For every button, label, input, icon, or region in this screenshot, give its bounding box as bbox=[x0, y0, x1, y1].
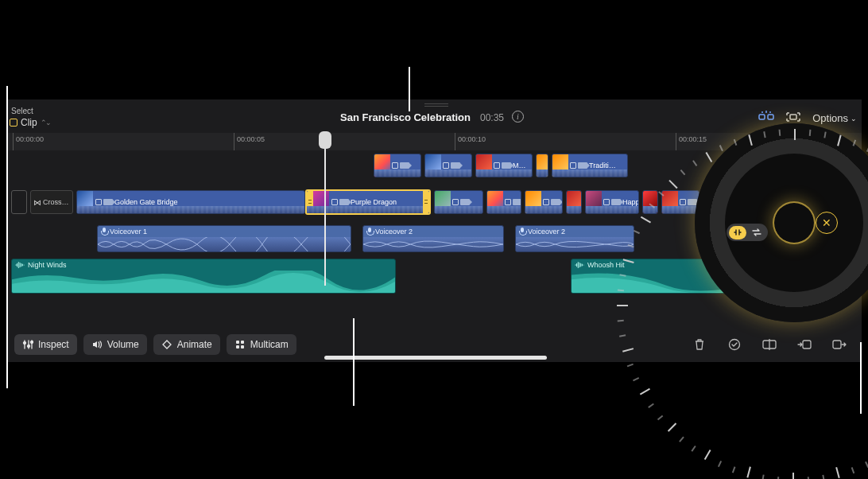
svg-point-16 bbox=[730, 340, 740, 350]
video-clip[interactable]: Golden Gate Bridge bbox=[76, 190, 305, 214]
svg-point-9 bbox=[28, 345, 30, 348]
svg-point-11 bbox=[31, 341, 33, 344]
svg-rect-15 bbox=[241, 345, 244, 349]
inspect-button[interactable]: Inspect bbox=[14, 334, 77, 355]
svg-rect-5 bbox=[790, 115, 796, 119]
ruler-tick: 00:00:05 bbox=[234, 133, 265, 150]
voiceover-clip[interactable]: Voiceover 1 bbox=[97, 225, 351, 252]
selection-mode-button[interactable]: Clip ⌃⌄ bbox=[10, 117, 50, 128]
waveform-icon bbox=[15, 261, 25, 269]
playhead[interactable] bbox=[324, 133, 326, 286]
project-duration: 00:35 bbox=[480, 112, 504, 123]
svg-rect-14 bbox=[236, 345, 239, 349]
callout-line bbox=[353, 318, 355, 406]
blade-icon bbox=[761, 337, 777, 352]
callout-line bbox=[6, 86, 8, 388]
jog-close-button[interactable]: ✕ bbox=[816, 212, 838, 234]
waveform-icon bbox=[575, 261, 584, 269]
project-title: San Francisco Celebration bbox=[340, 111, 471, 123]
svg-rect-20 bbox=[833, 341, 841, 349]
video-clip[interactable] bbox=[566, 190, 582, 214]
video-clip[interactable] bbox=[486, 190, 521, 214]
jog-mode-toggle[interactable] bbox=[727, 224, 768, 241]
voiceover-clip[interactable]: Voiceover 2 bbox=[362, 225, 504, 252]
jog-mode-swap[interactable] bbox=[748, 226, 765, 240]
insert-clip-button[interactable] bbox=[790, 334, 819, 355]
magnetic-timeline-icon[interactable] bbox=[757, 110, 776, 124]
ruler-tick: 00:00:10 bbox=[455, 133, 486, 150]
crossfade-icon: ⋈ bbox=[33, 198, 41, 207]
trim-handle-right[interactable] bbox=[423, 191, 429, 213]
chevron-down-icon: ⌄ bbox=[851, 115, 857, 123]
callout-line bbox=[409, 67, 410, 111]
svg-rect-13 bbox=[241, 341, 244, 344]
checkmark-circle-icon bbox=[727, 337, 742, 352]
options-menu-button[interactable]: Options ⌄ bbox=[812, 112, 857, 124]
info-icon[interactable]: i bbox=[512, 111, 524, 123]
append-clip-button[interactable] bbox=[825, 334, 854, 355]
voiceover-clip[interactable]: Voiceover 2 bbox=[515, 225, 634, 252]
connected-clip[interactable] bbox=[536, 154, 548, 177]
video-clip[interactable]: Happy… bbox=[585, 190, 639, 214]
connected-clip[interactable] bbox=[424, 154, 472, 177]
keyframe-icon bbox=[161, 339, 172, 350]
connected-clip[interactable]: Traditi… bbox=[552, 154, 628, 177]
playhead-handle[interactable] bbox=[319, 131, 331, 149]
drag-handle-icon[interactable] bbox=[424, 103, 448, 107]
video-clip[interactable] bbox=[642, 190, 658, 214]
focus-timeline-icon[interactable] bbox=[784, 110, 803, 124]
trash-icon bbox=[692, 337, 707, 352]
speaker-icon bbox=[91, 339, 103, 350]
clip-mode-text: Clip bbox=[21, 117, 37, 128]
sliders-icon bbox=[22, 339, 33, 350]
volume-button[interactable]: Volume bbox=[83, 334, 147, 355]
multicam-button[interactable]: Multicam bbox=[227, 334, 296, 355]
animate-button[interactable]: Animate bbox=[153, 334, 220, 355]
microphone-icon bbox=[101, 228, 107, 236]
split-clip-button[interactable] bbox=[755, 334, 784, 355]
svg-point-7 bbox=[24, 342, 26, 345]
video-clip[interactable] bbox=[434, 190, 483, 214]
enable-disable-button[interactable] bbox=[720, 334, 749, 355]
jog-glow bbox=[774, 203, 814, 243]
svg-rect-1 bbox=[768, 115, 773, 119]
jog-mode-nudge[interactable] bbox=[729, 226, 746, 240]
storyline-start-placeholder[interactable] bbox=[11, 190, 27, 214]
options-label: Options bbox=[812, 112, 848, 124]
ruler-tick: 00:00:00 bbox=[13, 133, 44, 150]
video-clip[interactable]: Pa… bbox=[661, 190, 699, 214]
transition-clip[interactable]: ⋈ Cross… bbox=[30, 190, 73, 214]
music-clip[interactable]: Night Winds bbox=[11, 259, 396, 294]
delete-button[interactable] bbox=[685, 334, 714, 355]
microphone-icon bbox=[519, 228, 525, 236]
connected-clip[interactable] bbox=[374, 154, 421, 177]
select-label: Select bbox=[11, 107, 33, 115]
timeline-panel: Select Clip ⌃⌄ San Francisco Celebration… bbox=[6, 99, 862, 362]
svg-rect-19 bbox=[803, 341, 811, 349]
app-stage: Select Clip ⌃⌄ San Francisco Celebration… bbox=[0, 0, 868, 479]
connected-clip[interactable]: M… bbox=[475, 154, 533, 177]
append-icon bbox=[831, 337, 847, 352]
video-clip[interactable]: C… bbox=[525, 190, 563, 214]
insert-icon bbox=[796, 337, 812, 352]
transition-label: Cross… bbox=[43, 198, 69, 206]
svg-rect-0 bbox=[759, 115, 765, 119]
microphone-icon bbox=[366, 228, 373, 236]
home-indicator bbox=[324, 356, 547, 360]
chevron-updown-icon: ⌃⌄ bbox=[41, 119, 50, 127]
svg-rect-12 bbox=[236, 341, 239, 344]
jog-wheel[interactable]: ✕ bbox=[695, 123, 868, 322]
clip-toolbar: Inspect Volume Animate Multicam bbox=[6, 327, 862, 362]
callout-line bbox=[860, 342, 862, 414]
clip-mode-icon bbox=[10, 119, 17, 127]
grid-icon bbox=[234, 339, 246, 350]
